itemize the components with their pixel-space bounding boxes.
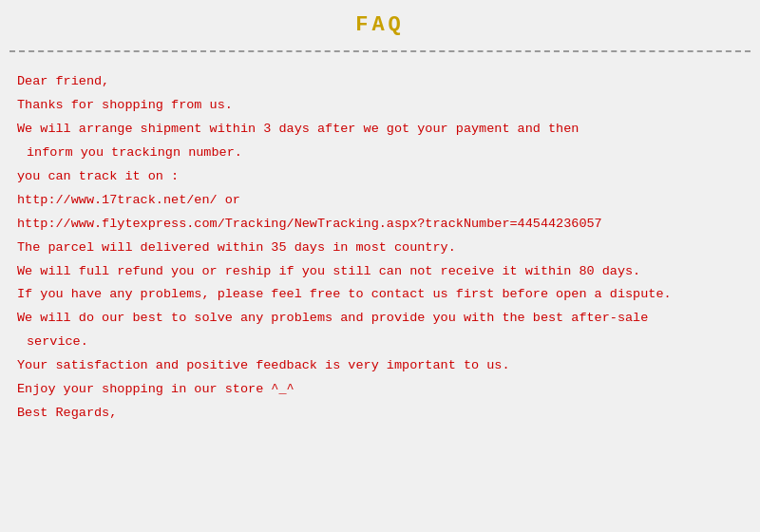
faq-title: FAQ [355,13,405,37]
content-line-9: If you have any problems, please feel fr… [17,284,743,306]
content-line-11: service. [17,332,743,353]
content-line-1: Thanks for shopping from us. [17,95,743,117]
content-line-10: We will do our best to solve any problem… [17,308,743,330]
content-line-14: Best Regards, [17,403,743,425]
faq-content: Dear friend,Thanks for shopping from us.… [0,58,760,436]
content-line-5: http://www.17track.net/en/ or [17,190,743,212]
content-line-13: Enjoy your shopping in our store ^_^ [17,379,743,401]
content-line-8: We will full refund you or reship if you… [17,261,743,283]
content-line-6: http://www.flytexpress.com/Tracking/NewT… [17,214,743,236]
divider-top [10,50,750,52]
content-line-2: We will arrange shipment within 3 days a… [17,119,743,141]
content-line-3: inform you trackingn number. [17,142,743,164]
page-container: FAQ Dear friend,Thanks for shopping from… [0,0,760,532]
content-line-12: Your satisfaction and positive feedback … [17,355,743,377]
content-line-0: Dear friend, [17,71,743,93]
content-line-4: you can track it on : [17,166,743,188]
content-line-7: The parcel will delivered within 35 days… [17,238,743,259]
header: FAQ [0,0,760,45]
